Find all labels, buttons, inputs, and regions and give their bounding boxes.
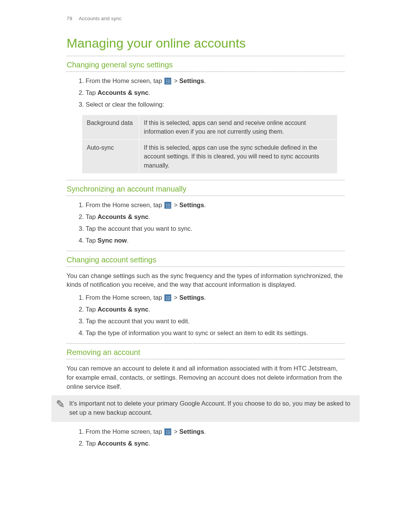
page-title: Managing your online accounts — [67, 34, 344, 53]
step-item: Tap Accounts & sync. — [86, 88, 344, 97]
section-intro-remove: You can remove an account to delete it a… — [67, 364, 344, 391]
step-item: From the Home screen, tap > Settings. — [86, 201, 344, 210]
label-accounts-sync: Accounts & sync — [97, 213, 148, 220]
label-settings: Settings — [179, 201, 204, 208]
section-name: Accounts and sync — [79, 16, 122, 21]
step-item: From the Home screen, tap > Settings. — [86, 77, 344, 86]
table-label-background: Background data — [82, 115, 139, 139]
page-container: 79 Accounts and sync Managing your onlin… — [0, 0, 411, 532]
step-item: Tap the account that you want to sync. — [86, 224, 344, 233]
table-desc-background: If this is selected, apps can send and r… — [139, 115, 338, 139]
note-box: ✎ It's important not to delete your prim… — [51, 395, 360, 422]
section-rule — [67, 359, 344, 359]
section-heading-remove-account: Removing an account — [67, 347, 344, 358]
section-rule — [67, 71, 344, 72]
step-item: From the Home screen, tap > Settings. — [86, 293, 344, 302]
label-accounts-sync: Accounts & sync — [97, 440, 148, 447]
section-top-rule — [67, 180, 344, 181]
page-header: 79 Accounts and sync — [67, 15, 344, 22]
apps-grid-icon — [164, 78, 171, 85]
title-rule — [67, 56, 344, 56]
steps-list-4: From the Home screen, tap > Settings. Ta… — [78, 427, 344, 448]
apps-grid-icon — [164, 294, 171, 301]
label-accounts-sync: Accounts & sync — [97, 89, 148, 96]
section-heading-sync-settings: Changing general sync settings — [67, 59, 344, 70]
step-item: Tap Accounts & sync. — [86, 212, 344, 222]
label-sync-now: Sync now — [97, 237, 127, 244]
label-accounts-sync: Accounts & sync — [97, 306, 148, 313]
step-item: Tap the type of information you want to … — [86, 329, 344, 338]
label-settings: Settings — [179, 77, 204, 84]
step-item: From the Home screen, tap > Settings. — [86, 427, 344, 436]
sync-options-table: Background data If this is selected, app… — [82, 115, 338, 174]
step-item: Tap Accounts & sync. — [86, 305, 344, 314]
steps-list-3: From the Home screen, tap > Settings. Ta… — [78, 293, 344, 338]
section-heading-account-settings: Changing account settings — [67, 254, 344, 265]
step-item: Tap the account that you want to edit. — [86, 317, 344, 326]
pencil-icon: ✎ — [56, 399, 65, 410]
section-top-rule — [67, 343, 344, 344]
step-item: Tap Sync now. — [86, 236, 344, 245]
section-rule — [67, 195, 344, 196]
section-heading-manual-sync: Synchronizing an account manually — [67, 184, 344, 195]
note-text: It's important not to delete your primar… — [69, 399, 354, 417]
table-desc-autosync: If this is selected, apps can use the sy… — [139, 140, 338, 174]
steps-list-1: From the Home screen, tap > Settings. Ta… — [78, 77, 344, 109]
table-row: Background data If this is selected, app… — [82, 115, 338, 139]
section-intro-account-settings: You can change settings such as the sync… — [67, 272, 344, 290]
table-label-autosync: Auto-sync — [82, 140, 139, 174]
apps-grid-icon — [164, 428, 171, 435]
label-settings: Settings — [179, 428, 204, 435]
label-settings: Settings — [179, 294, 204, 301]
table-row: Auto-sync If this is selected, apps can … — [82, 140, 338, 174]
step-item: Select or clear the following: — [86, 100, 344, 109]
section-rule — [67, 266, 344, 267]
page-number: 79 — [67, 16, 72, 21]
steps-list-2: From the Home screen, tap > Settings. Ta… — [78, 201, 344, 245]
section-top-rule — [67, 251, 344, 251]
step-item: Tap Accounts & sync. — [86, 439, 344, 448]
apps-grid-icon — [164, 202, 171, 209]
